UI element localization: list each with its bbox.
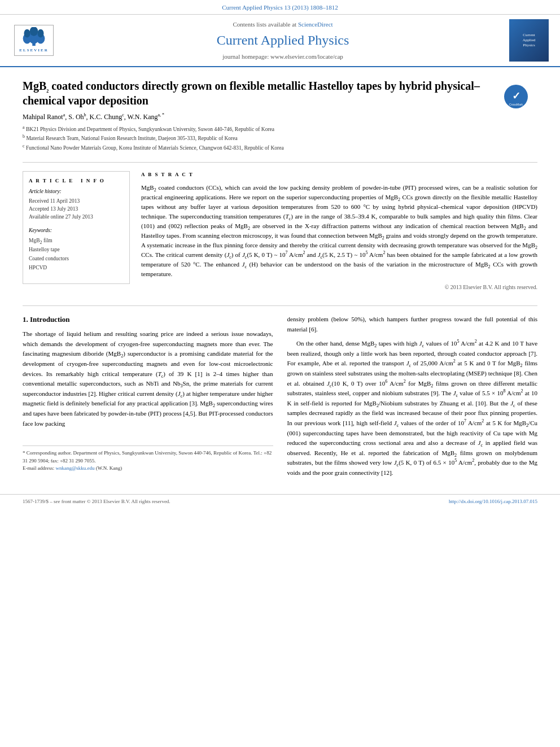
elsevier-logo-area: ELSEVIER xyxy=(11,25,56,56)
body-left: 1. Introduction The shortage of liquid h… xyxy=(23,314,273,483)
body-content: 1. Introduction The shortage of liquid h… xyxy=(23,314,537,494)
affil-b: b Material Research Team, National Fusio… xyxy=(23,134,504,142)
keyword-4: HPCVD xyxy=(29,263,124,272)
keywords-group: Keywords: MgB2 film Hastelloy tape Coate… xyxy=(29,227,124,273)
article-title-section: MgB2 coated conductors directly grown on… xyxy=(23,67,537,163)
section-number: 1. xyxy=(23,315,28,324)
journal-name: Current Applied Physics xyxy=(56,31,509,50)
svg-text:✓: ✓ xyxy=(512,90,520,102)
keyword-3: Coated conductors xyxy=(29,254,124,263)
section-divider xyxy=(23,305,537,306)
article-title: MgB2 coated conductors directly grown on… xyxy=(23,78,504,108)
elsevier-label: ELSEVIER xyxy=(19,48,48,54)
affiliations: a BK21 Physics Division and Department o… xyxy=(23,125,504,152)
intro-body-left: The shortage of liquid helium and result… xyxy=(23,329,273,429)
affil-a: a BK21 Physics Division and Department o… xyxy=(23,125,504,133)
intro-heading: 1. Introduction xyxy=(23,314,273,325)
intro-body-right: density problem (below 50%), which hampe… xyxy=(287,314,538,478)
article-info-box: A R T I C L E I N F O Article history: R… xyxy=(23,171,130,285)
svg-point-4 xyxy=(24,29,30,38)
journal-ref-text: Current Applied Physics 13 (2013) 1808–1… xyxy=(222,4,338,11)
crossmark-area: ✓ CrossMark xyxy=(504,84,537,112)
corresponding-author-note: * Corresponding author. Department of Ph… xyxy=(23,449,273,465)
intro-para-right-1: density problem (below 50%), which hampe… xyxy=(287,314,538,334)
journal-title-area: Contents lists available at ScienceDirec… xyxy=(56,20,509,61)
elsevier-logo: ELSEVIER xyxy=(14,25,54,56)
copyright-text: © 2013 Elsevier B.V. All rights reserved… xyxy=(141,283,537,297)
thumb-line2: Applied xyxy=(523,38,536,43)
crossmark-icon: ✓ CrossMark xyxy=(504,84,529,110)
authors-line: Mahipal Ranota, S. Ohb, K.C. Chungc, W.N… xyxy=(23,112,504,122)
abstract-section: A B S T R A C T MgB2 coated conductors (… xyxy=(141,171,537,297)
footnotes: * Corresponding author. Department of Ph… xyxy=(23,445,273,473)
doi-link[interactable]: http://dx.doi.org/10.1016/j.cap.2013.07.… xyxy=(449,498,537,505)
history-label: Article history: xyxy=(29,188,124,195)
available-date: Available online 27 July 2013 xyxy=(29,213,124,221)
journal-header: ELSEVIER Contents lists available at Sci… xyxy=(0,15,560,67)
journal-reference-bar: Current Applied Physics 13 (2013) 1808–1… xyxy=(0,0,560,15)
intro-para-right-2: On the other hand, dense MgB2 tapes with… xyxy=(287,339,538,478)
body-right: density problem (below 50%), which hampe… xyxy=(287,314,538,483)
intro-para-1: The shortage of liquid helium and result… xyxy=(23,329,273,429)
contents-text: Contents lists available at xyxy=(233,21,296,28)
sciencedirect-link[interactable]: ScienceDirect xyxy=(298,21,333,28)
thumb-line1: Current xyxy=(523,33,535,38)
journal-thumbnail: Current Applied Physics xyxy=(509,19,549,62)
article-info-title: A R T I C L E I N F O xyxy=(29,177,124,185)
bottom-bar: 1567-1739/$ – see front matter © 2013 El… xyxy=(0,494,560,509)
accepted-date: Accepted 13 July 2013 xyxy=(29,205,124,213)
main-content: MgB2 coated conductors directly grown on… xyxy=(0,67,560,493)
issn-text: 1567-1739/$ – see front matter © 2013 El… xyxy=(23,498,170,505)
keywords-label: Keywords: xyxy=(29,227,124,234)
keyword-1: MgB2 film xyxy=(29,236,124,245)
email-link[interactable]: wnkang@skku.edu xyxy=(55,465,94,471)
info-abstract-row: A R T I C L E I N F O Article history: R… xyxy=(23,171,537,297)
right-column: A B S T R A C T MgB2 coated conductors (… xyxy=(141,171,537,297)
svg-text:CrossMark: CrossMark xyxy=(509,103,523,106)
title-authors-affil: MgB2 coated conductors directly grown on… xyxy=(23,78,504,156)
section-title: Introduction xyxy=(30,315,70,324)
journal-homepage: journal homepage: www.elsevier.com/locat… xyxy=(56,53,509,61)
abstract-title: A B S T R A C T xyxy=(141,171,537,178)
keywords-list: MgB2 film Hastelloy tape Coated conducto… xyxy=(29,236,124,273)
keyword-2: Hastelloy tape xyxy=(29,245,124,254)
article-history: Article history: Received 11 April 2013 … xyxy=(29,188,124,221)
email-note: E-mail address: wnkang@skku.edu (W.N. Ka… xyxy=(23,465,273,473)
abstract-text: MgB2 coated conductors (CCs), which can … xyxy=(141,183,537,279)
contents-available-text: Contents lists available at ScienceDirec… xyxy=(56,20,509,29)
received-date: Received 11 April 2013 xyxy=(29,197,124,205)
left-column: A R T I C L E I N F O Article history: R… xyxy=(23,171,130,297)
thumb-line3: Physics xyxy=(523,43,535,48)
svg-point-5 xyxy=(37,29,43,38)
elsevier-tree-icon xyxy=(20,27,48,47)
affil-c: c Functional Nano Powder Materials Group… xyxy=(23,144,504,152)
